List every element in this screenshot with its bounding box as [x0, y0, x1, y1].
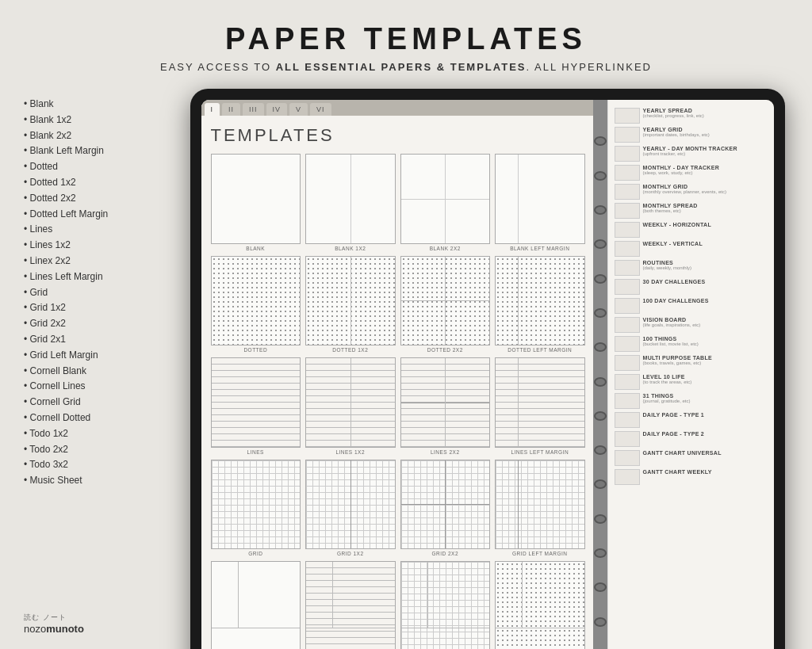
right-thumb [615, 431, 640, 447]
right-page-item[interactable]: MONTHLY GRID(monthly overview, planner, … [615, 184, 768, 200]
list-item: • Lines 1x2 [24, 238, 178, 254]
template-cell[interactable]: DOTTED LEFT MARGIN [495, 256, 585, 353]
right-page-item[interactable]: MONTHLY SPREAD(both themes, etc) [615, 203, 768, 219]
brand-suffix: munoto [46, 623, 84, 635]
right-page-item[interactable]: YEARLY - DAY MONTH TRACKER(upfront track… [615, 146, 768, 162]
right-page-item[interactable]: GANTT CHART WEEKLY [615, 469, 768, 485]
template-cell[interactable]: GRID [211, 460, 301, 557]
right-item-text: DAILY PAGE - TYPE 1 [643, 412, 768, 418]
right-page-item[interactable]: MULTI PURPOSE TABLE(books, travels, game… [615, 355, 768, 371]
right-item-text: ROUTINES(daily, weekly, monthly) [643, 260, 768, 270]
right-item-text: WEEKLY - VERTICAL [643, 241, 768, 246]
template-cell[interactable]: GRID LEFT MARGIN [495, 460, 585, 557]
right-page-item[interactable]: YEARLY GRID(important dates, birthdays, … [615, 127, 768, 143]
right-page-item[interactable]: WEEKLY - HORIZONTAL [615, 222, 768, 238]
template-cell[interactable]: CORNELL BLANK [211, 561, 301, 649]
right-item-title: MULTI PURPOSE TABLE [643, 355, 768, 361]
right-item-text: MONTHLY SPREAD(both themes, etc) [643, 203, 768, 213]
template-cell[interactable]: LINES 2X2 [400, 357, 491, 455]
subtitle-end: . ALL HYPERLINKED [526, 61, 652, 73]
right-page-item[interactable]: 100 DAY CHALLENGES [615, 298, 768, 314]
spiral-ring [594, 514, 607, 524]
template-preview [400, 357, 491, 448]
list-item: • Cornell Dotted [24, 410, 178, 426]
template-cell[interactable]: BLANK 1X2 [305, 154, 396, 251]
spiral-ring [594, 342, 607, 352]
template-preview [305, 357, 396, 448]
template-cell[interactable]: DOTTED [211, 256, 301, 353]
right-thumb [615, 298, 640, 314]
template-cell[interactable]: DOTTED 1X2 [305, 256, 396, 353]
notebook-tab[interactable]: IV [266, 103, 288, 116]
right-item-title: WEEKLY - HORIZONTAL [643, 222, 768, 227]
right-item-text: 100 DAY CHALLENGES [643, 298, 768, 304]
list-item: • Todo 3x2 [24, 457, 178, 473]
template-label: DOTTED [243, 347, 267, 353]
tablet-screen: IIIIIIIVVVI TEMPLATES BLANKBLANK 1X2BLAN… [201, 100, 774, 649]
spiral-ring [594, 274, 607, 284]
right-page-item[interactable]: 31 THINGS(journal, gratitude, etc) [615, 393, 768, 409]
right-page-item[interactable]: 30 DAY CHALLENGES [615, 279, 768, 295]
notebook-tab[interactable]: I [205, 103, 220, 116]
right-page-item[interactable]: DAILY PAGE - TYPE 1 [615, 412, 768, 428]
right-thumb [615, 203, 640, 219]
template-cell[interactable]: BLANK 2X2 [400, 154, 491, 251]
template-cell[interactable]: GRID 2X2 [400, 460, 491, 557]
right-page-item[interactable]: DAILY PAGE - TYPE 2 [615, 431, 768, 447]
template-preview [305, 154, 396, 244]
right-item-sub: (life goals, inspirations, etc) [643, 323, 768, 327]
right-page-item[interactable]: LEVEL 10 LIFE(to track the areas, etc) [615, 374, 768, 390]
template-label: GRID 2X2 [431, 551, 458, 556]
notebook-tab[interactable]: V [289, 103, 308, 116]
list-item: • Dotted 1x2 [24, 175, 178, 191]
notebook-tab[interactable]: VI [310, 103, 331, 116]
template-cell[interactable]: CORNELL LINES [305, 561, 396, 649]
right-page-item[interactable]: YEARLY SPREAD(checklist, progress, link,… [615, 108, 768, 124]
right-page-item[interactable]: GANTT CHART UNIVERSAL [615, 450, 768, 466]
template-label: GRID LEFT MARGIN [512, 551, 568, 556]
list-item: • Grid 2x2 [24, 316, 178, 332]
right-item-title: YEARLY GRID [643, 127, 768, 132]
template-cell[interactable]: GRID 1X2 [305, 460, 396, 557]
template-cell[interactable]: LINES [211, 357, 301, 455]
template-label: LINES [247, 449, 264, 455]
right-item-text: VISION BOARD(life goals, inspirations, e… [643, 317, 768, 327]
template-cell[interactable]: CORNELL DOTTED [495, 561, 585, 649]
spiral-ring [594, 548, 607, 558]
template-preview [211, 460, 301, 550]
notebook-tab[interactable]: III [243, 103, 264, 116]
list-item: • Blank 2x2 [24, 128, 178, 144]
template-preview [305, 460, 396, 550]
right-item-title: MONTHLY SPREAD [643, 203, 768, 208]
right-item-sub: (bucket list, movie list, etc) [643, 342, 768, 346]
right-page-item[interactable]: WEEKLY - VERTICAL [615, 241, 768, 257]
template-cell[interactable]: BLANK LEFT MARGIN [495, 154, 585, 251]
template-cell[interactable]: LINES 1X2 [305, 357, 396, 455]
right-page-item[interactable]: VISION BOARD(life goals, inspirations, e… [615, 317, 768, 333]
right-item-text: MONTHLY GRID(monthly overview, planner, … [643, 184, 768, 194]
notebook-right-page: YEARLY SPREAD(checklist, progress, link,… [607, 100, 774, 649]
template-cell[interactable]: CORNELL GRID [400, 561, 491, 649]
list-item: • Grid [24, 285, 178, 301]
templates-grid: BLANKBLANK 1X2BLANK 2X2BLANK LEFT MARGIN… [211, 154, 585, 649]
right-item-title: 31 THINGS [643, 393, 768, 399]
right-item-text: GANTT CHART UNIVERSAL [643, 450, 768, 456]
right-item-sub: (monthly overview, planner, events, etc) [643, 189, 768, 194]
template-cell[interactable]: LINES LEFT MARGIN [495, 357, 585, 455]
spiral-ring [594, 411, 607, 421]
right-page-item[interactable]: 100 THINGS(bucket list, movie list, etc) [615, 336, 768, 352]
right-page-item[interactable]: ROUTINES(daily, weekly, monthly) [615, 260, 768, 276]
right-item-sub: (upfront tracker, etc) [643, 151, 768, 156]
list-item: • Linex 2x2 [24, 254, 178, 269]
right-thumb [615, 317, 640, 333]
template-preview [211, 256, 301, 346]
template-cell[interactable]: BLANK [211, 154, 301, 251]
template-label: BLANK [246, 246, 265, 251]
template-cell[interactable]: DOTTED 2X2 [400, 256, 491, 353]
right-item-sub: (journal, gratitude, etc) [643, 399, 768, 403]
right-item-text: YEARLY - DAY MONTH TRACKER(upfront track… [643, 146, 768, 156]
notebook-tab[interactable]: II [222, 103, 240, 116]
right-item-text: 100 THINGS(bucket list, movie list, etc) [643, 336, 768, 346]
right-item-title: YEARLY - DAY MONTH TRACKER [643, 146, 768, 151]
right-page-item[interactable]: MONTHLY - DAY TRACKER(sleep, work, study… [615, 165, 768, 181]
